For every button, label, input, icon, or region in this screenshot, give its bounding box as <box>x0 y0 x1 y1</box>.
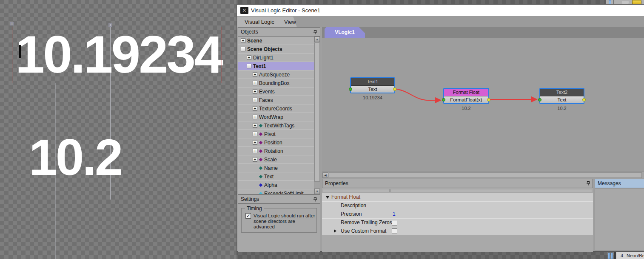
properties-column-header-name[interactable] <box>323 189 390 192</box>
scroll-up-icon[interactable]: ▲ <box>314 37 320 42</box>
scrollbar-fragment[interactable] <box>608 253 610 259</box>
node-format-float-slot[interactable]: FormatFloat(x) <box>444 96 488 103</box>
pin-icon[interactable] <box>586 181 591 186</box>
title-bar[interactable]: ✕ Visual Logic Editor - Scene1 <box>237 5 644 17</box>
timing-checkbox-label[interactable]: Visual Logic should run after scene dire… <box>254 213 316 230</box>
tree-item-pivot[interactable]: +Pivot <box>238 130 314 138</box>
expand-icon[interactable]: + <box>253 115 257 119</box>
tree-item-name[interactable]: Name <box>238 164 314 172</box>
collapse-icon[interactable]: − <box>247 64 251 68</box>
app-icon: ✕ <box>240 7 248 14</box>
expand-icon[interactable]: + <box>253 106 257 111</box>
selection-handle-topleft[interactable] <box>10 22 14 25</box>
expand-icon[interactable]: + <box>253 140 257 145</box>
node-text1-title[interactable]: Text1 <box>351 78 394 85</box>
visual-logic-editor-window: ✕ Visual Logic Editor - Scene1 Visual Lo… <box>237 4 644 252</box>
tree-item-scene-objects[interactable]: −Scene Objects <box>238 45 314 53</box>
property-row-use-custom-format[interactable]: Use Custom Format <box>322 227 593 235</box>
folder-icon[interactable] <box>632 0 641 4</box>
objects-panel-header[interactable]: Objects <box>238 27 320 37</box>
tree-item-faces[interactable]: +Faces <box>238 96 314 104</box>
property-diamond-icon <box>259 183 262 187</box>
tree-item-texturecoords[interactable]: +TextureCoords <box>238 104 314 113</box>
collapse-icon[interactable]: − <box>241 47 245 51</box>
tree-item-textwithtags[interactable]: +TextWithTags <box>238 121 314 130</box>
expand-icon[interactable]: + <box>241 38 245 43</box>
scene-text-object-2[interactable]: 10.2 <box>29 130 122 185</box>
category-collapsed-icon[interactable] <box>334 229 336 233</box>
tree-item-events[interactable]: +Events <box>238 87 314 96</box>
scrollbar-fragment[interactable] <box>611 253 613 259</box>
tab-vlogic1[interactable]: VLogic1 <box>325 27 365 38</box>
scroll-left-icon[interactable]: ◀ <box>322 172 328 178</box>
expand-icon[interactable]: + <box>253 157 257 162</box>
node-text1-value: 10.19234 <box>350 95 395 100</box>
expand-icon[interactable]: + <box>253 132 257 136</box>
pin-icon[interactable] <box>313 30 318 35</box>
status-bar-fragment: 4 Neon/Bev <box>616 252 644 259</box>
property-row-description[interactable]: Description <box>322 201 593 210</box>
node-format-float[interactable]: Format Float FormatFloat(x) <box>443 88 489 104</box>
toolbar-divider <box>613 0 614 4</box>
tree-item-text1[interactable]: −Text1 <box>238 62 314 70</box>
expand-icon[interactable]: + <box>253 81 257 85</box>
menu-item-visual-logic[interactable]: Visual Logic <box>245 17 274 27</box>
tree-scrollbar-thumb[interactable] <box>314 42 320 182</box>
properties-column-header-value[interactable] <box>390 189 592 192</box>
node-text1-slot[interactable]: Text <box>351 85 394 93</box>
property-category-row[interactable]: Format Float <box>322 193 593 201</box>
output-port-icon[interactable] <box>487 98 490 101</box>
toolbar-button[interactable] <box>622 1 629 4</box>
property-row-remove-trailing-zeros[interactable]: Remove Trailing Zeros <box>322 218 593 227</box>
timing-checkbox[interactable]: ✓ <box>245 213 251 219</box>
tree-item-alpha[interactable]: Alpha <box>238 181 314 189</box>
tree-item-scene[interactable]: +Scene <box>238 37 314 45</box>
graph-horizontal-scrollbar[interactable]: ◀ <box>322 172 644 178</box>
pin-icon[interactable] <box>313 197 318 202</box>
expand-icon[interactable]: + <box>253 149 257 153</box>
background-toolbar-fragment <box>606 0 644 4</box>
expand-icon[interactable]: + <box>253 89 257 94</box>
node-text2[interactable]: Text2 Text <box>539 88 584 104</box>
category-expanded-icon[interactable] <box>326 196 329 199</box>
menu-item-view[interactable]: View <box>284 17 296 27</box>
properties-panel-header[interactable]: Properties <box>322 179 593 188</box>
expand-icon[interactable]: + <box>253 98 257 102</box>
input-port-icon[interactable] <box>538 98 541 101</box>
expand-icon[interactable]: + <box>247 55 251 60</box>
graph-scrollbar-thumb[interactable] <box>329 172 642 178</box>
graph-canvas[interactable]: Text1 Text 10.19234 Format Float FormatF… <box>322 38 644 172</box>
tree-item-wordwrap[interactable]: +WordWrap <box>238 113 314 121</box>
input-port-icon[interactable] <box>442 98 445 101</box>
output-port-icon[interactable] <box>582 98 586 101</box>
property-row-precision[interactable]: Precision 1 <box>322 210 593 218</box>
tree-item-dirlight1[interactable]: +DirLight1 <box>238 53 314 62</box>
scroll-down-icon[interactable]: ▼ <box>314 189 320 194</box>
tree-item-autosqueeze[interactable]: +AutoSqueeze <box>238 70 314 79</box>
tree-scrollbar[interactable]: ▲ ▼ <box>314 37 320 194</box>
messages-panel-body <box>595 188 644 251</box>
selection-handle-topcenter[interactable] <box>108 23 112 27</box>
precision-value[interactable]: 1 <box>393 210 396 218</box>
settings-panel-header[interactable]: Settings <box>238 194 320 204</box>
tree-item-text[interactable]: Text <box>238 172 314 181</box>
output-port-icon[interactable] <box>393 87 396 91</box>
selection-rectangle[interactable] <box>12 27 222 83</box>
tree-item-scale[interactable]: +Scale <box>238 155 314 164</box>
tree-item-boundingbox[interactable]: +BoundingBox <box>238 79 314 87</box>
messages-panel-header[interactable]: Messages <box>595 179 644 188</box>
input-port-icon[interactable] <box>349 87 352 91</box>
expand-icon[interactable]: + <box>253 123 257 128</box>
property-diamond-icon <box>259 166 262 170</box>
node-format-float-title[interactable]: Format Float <box>444 89 488 96</box>
node-connections <box>322 38 644 172</box>
tree-item-rotation[interactable]: +Rotation <box>238 147 314 155</box>
node-text2-slot[interactable]: Text <box>540 96 584 103</box>
node-text1[interactable]: Text1 Text <box>350 77 395 93</box>
node-text2-title[interactable]: Text2 <box>540 89 584 96</box>
tree-item-exceedssoftlimit[interactable]: ExceedsSoftLimit <box>238 189 314 194</box>
use-custom-format-checkbox[interactable] <box>392 228 397 234</box>
remove-trailing-zeros-checkbox[interactable] <box>392 220 397 225</box>
expand-icon[interactable]: + <box>253 72 257 77</box>
tree-item-position[interactable]: +Position <box>238 138 314 147</box>
